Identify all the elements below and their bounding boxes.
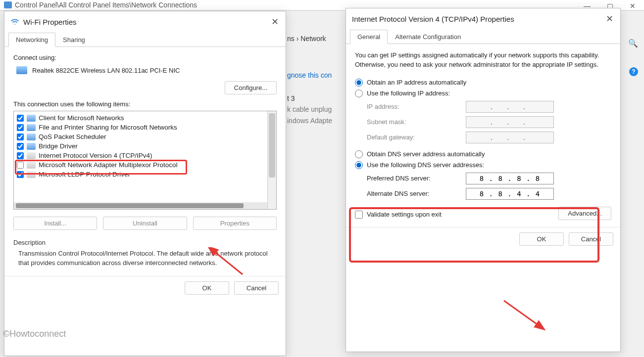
subnet-mask-label: Subnet mask: bbox=[367, 118, 466, 126]
list-item[interactable]: Microsoft LLDP Protocol Driver bbox=[14, 170, 267, 179]
watermark: ©Howtoconnect bbox=[3, 329, 66, 339]
tab-networking[interactable]: Networking bbox=[8, 33, 55, 47]
item-label: Microsoft Network Adapter Multiplexor Pr… bbox=[39, 161, 178, 169]
ok-button[interactable]: OK bbox=[519, 232, 564, 246]
list-item[interactable]: Client for Microsoft Networks bbox=[14, 113, 267, 123]
adapter-icon bbox=[16, 66, 27, 74]
cancel-button[interactable]: Cancel bbox=[569, 232, 613, 246]
item-label: QoS Packet Scheduler bbox=[39, 133, 106, 140]
ok-button[interactable]: OK bbox=[185, 281, 229, 295]
validate-checkbox[interactable] bbox=[355, 211, 363, 219]
wifi-properties-dialog: Wi-Fi Properties ✕ Networking Sharing Co… bbox=[4, 11, 286, 356]
item-checkbox[interactable] bbox=[17, 124, 24, 131]
radio-obtain-dns-auto[interactable] bbox=[355, 150, 363, 158]
subnet-mask-input: . . . bbox=[466, 116, 554, 128]
close-button[interactable]: ✕ bbox=[621, 0, 644, 12]
list-item[interactable]: Internet Protocol Version 4 (TCP/IPv4) bbox=[14, 151, 267, 160]
ip-address-label: IP address: bbox=[367, 103, 466, 110]
item-checkbox[interactable] bbox=[17, 134, 24, 140]
item-checkbox[interactable] bbox=[17, 143, 24, 150]
advanced-button[interactable]: Advanced... bbox=[558, 207, 611, 220]
protocol-icon bbox=[27, 152, 36, 159]
preferred-dns-input[interactable]: 8 . 8 . 8 . 8 bbox=[466, 173, 554, 184]
description-legend: Description bbox=[13, 239, 277, 246]
network-component-icon bbox=[27, 143, 36, 150]
install-button[interactable]: Install... bbox=[13, 217, 97, 230]
item-label: File and Printer Sharing for Microsoft N… bbox=[39, 124, 177, 131]
adapter-name: Realtek 8822CE Wireless LAN 802.11ac PCI… bbox=[32, 67, 180, 74]
window-icon bbox=[4, 1, 12, 8]
tab-sharing[interactable]: Sharing bbox=[55, 33, 93, 47]
item-label: Internet Protocol Version 4 (TCP/IPv4) bbox=[39, 152, 152, 159]
radio-obtain-ip-auto[interactable] bbox=[355, 79, 363, 87]
ethernet-item[interactable]: t 3 k cable unplug indows Adapte bbox=[287, 93, 332, 126]
scrollbar-vertical[interactable] bbox=[267, 111, 276, 209]
radio-use-dns[interactable] bbox=[355, 161, 363, 169]
validate-label: Validate settings upon exit bbox=[367, 211, 442, 218]
help-icon[interactable]: ? bbox=[629, 67, 638, 76]
dialog-title: Wi-Fi Properties bbox=[23, 18, 77, 26]
item-label: Bridge Driver bbox=[39, 142, 78, 150]
close-icon[interactable]: ✕ bbox=[604, 13, 614, 24]
protocol-icon bbox=[27, 171, 36, 178]
radio-use-ip[interactable] bbox=[355, 89, 363, 97]
description-text: Transmission Control Protocol/Internet P… bbox=[13, 248, 277, 269]
scrollbar-horizontal[interactable] bbox=[14, 202, 267, 209]
cancel-button[interactable]: Cancel bbox=[234, 281, 279, 295]
diagnose-link[interactable]: gnose this con bbox=[287, 71, 332, 79]
radio-use-dns-label: Use the following DNS server addresses: bbox=[367, 161, 484, 169]
close-icon[interactable]: ✕ bbox=[270, 16, 280, 27]
network-component-icon bbox=[27, 124, 36, 131]
search-icon[interactable]: 🔍 bbox=[628, 39, 638, 48]
list-item[interactable]: Bridge Driver bbox=[14, 141, 267, 151]
item-checkbox[interactable] bbox=[17, 162, 24, 169]
tab-general[interactable]: General bbox=[350, 30, 388, 44]
alternate-dns-input[interactable]: 8 . 8 . 4 . 4 bbox=[466, 188, 554, 200]
ipv4-properties-dialog: Internet Protocol Version 4 (TCP/IPv4) P… bbox=[346, 8, 621, 352]
connection-items-list[interactable]: Client for Microsoft NetworksFile and Pr… bbox=[13, 111, 277, 210]
uninstall-button[interactable]: Uninstall bbox=[103, 217, 187, 230]
network-component-icon bbox=[27, 134, 36, 140]
network-component-icon bbox=[27, 115, 36, 122]
dialog-title: Internet Protocol Version 4 (TCP/IPv4) P… bbox=[352, 15, 514, 23]
item-checkbox[interactable] bbox=[17, 115, 24, 122]
window-title: Control Panel\All Control Panel Items\Ne… bbox=[15, 1, 197, 9]
preferred-dns-label: Preferred DNS server: bbox=[367, 175, 466, 182]
info-text: You can get IP settings assigned automat… bbox=[355, 51, 611, 70]
wifi-icon bbox=[10, 17, 19, 26]
item-checkbox[interactable] bbox=[17, 152, 24, 159]
item-label: Microsoft LLDP Protocol Driver bbox=[39, 171, 130, 178]
configure-button[interactable]: Configure... bbox=[225, 81, 277, 94]
connect-using-label: Connect using: bbox=[13, 54, 277, 61]
radio-obtain-dns-label: Obtain DNS server address automatically bbox=[367, 150, 485, 158]
breadcrumb[interactable]: ns › Network bbox=[287, 35, 326, 43]
items-label: This connection uses the following items… bbox=[13, 100, 277, 108]
item-label: Client for Microsoft Networks bbox=[39, 114, 124, 122]
tab-alternate-configuration[interactable]: Alternate Configuration bbox=[388, 30, 468, 44]
protocol-icon bbox=[27, 162, 36, 169]
radio-use-ip-label: Use the following IP address: bbox=[367, 89, 450, 97]
list-item[interactable]: Microsoft Network Adapter Multiplexor Pr… bbox=[14, 160, 267, 170]
default-gateway-label: Default gateway: bbox=[367, 134, 466, 141]
ip-address-input: . . . bbox=[466, 101, 554, 113]
list-item[interactable]: File and Printer Sharing for Microsoft N… bbox=[14, 123, 267, 132]
radio-obtain-ip-label: Obtain an IP address automatically bbox=[367, 79, 466, 86]
item-checkbox[interactable] bbox=[17, 171, 24, 178]
properties-button[interactable]: Properties bbox=[193, 217, 277, 230]
alternate-dns-label: Alternate DNS server: bbox=[367, 190, 466, 197]
default-gateway-input: . . . bbox=[466, 132, 554, 143]
list-item[interactable]: QoS Packet Scheduler bbox=[14, 132, 267, 141]
